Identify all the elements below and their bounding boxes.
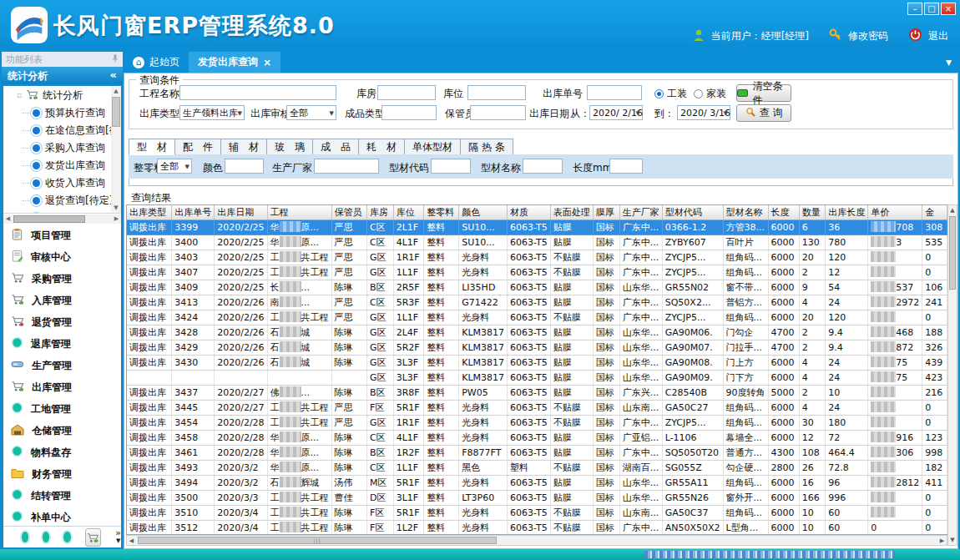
table-row[interactable]: 调拨出库34072020/2/25工共工程严思G区1L1F整料光身料6063-T… [127, 265, 947, 280]
cell[interactable]: 不贴膜 [550, 250, 593, 265]
cell[interactable]: F区 [366, 400, 393, 415]
cell[interactable]: 3400 [172, 235, 215, 250]
cell[interactable]: 贴膜 [550, 219, 593, 235]
cell[interactable]: 山东华... [619, 355, 662, 370]
cell[interactable]: F区 [366, 520, 393, 535]
cell[interactable]: 326 [922, 340, 947, 355]
cell[interactable]: 6063-T5 [508, 280, 551, 295]
cell[interactable]: 2020/3/2 [215, 460, 267, 475]
cell[interactable]: 工共工程 [267, 520, 331, 535]
cell[interactable]: 75 [868, 355, 922, 370]
cell[interactable]: 国标 [593, 265, 619, 280]
cell[interactable]: 整料 [424, 340, 459, 355]
column-header-8[interactable]: 颜色 [459, 205, 508, 219]
cell[interactable]: 普铝方... [723, 295, 768, 310]
cell[interactable]: 5000 [768, 385, 799, 400]
cell[interactable]: 整料 [424, 370, 459, 385]
search-button[interactable]: 查 询 [736, 104, 791, 122]
cell[interactable]: 36 [826, 219, 868, 235]
cell[interactable]: 组角码... [723, 505, 768, 520]
cell[interactable]: 国标 [593, 235, 619, 250]
cell[interactable]: 百叶片 [723, 235, 768, 250]
tab-delivery-outbound-query[interactable]: 发货出库查询 × [189, 52, 280, 73]
cell[interactable]: F8877FT [459, 445, 508, 460]
cell[interactable]: 468 [868, 325, 922, 340]
cell[interactable]: KLM3817 [459, 355, 508, 370]
cell[interactable]: 6 [799, 219, 826, 235]
cell[interactable]: 光身料 [459, 475, 508, 490]
cell[interactable]: 3L3F [393, 370, 424, 385]
cell[interactable]: 严思 [331, 400, 366, 415]
cell[interactable]: GA90M06. [662, 325, 723, 340]
collapse-icon[interactable]: « [110, 68, 117, 81]
sidebar-item-7[interactable]: 出库管理 [3, 376, 121, 398]
cell[interactable]: KLM3817 [459, 340, 508, 355]
cell[interactable]: 幕墙全... [723, 430, 768, 445]
keeper-input[interactable] [470, 105, 526, 120]
cell[interactable]: 山东华... [619, 280, 662, 295]
cell[interactable]: 调拨出库 [127, 325, 172, 340]
cell[interactable]: 调拨出库 [127, 355, 172, 370]
cell[interactable]: 山东南... [619, 505, 662, 520]
tree-item-6[interactable]: 退库管理[待定] [3, 209, 121, 214]
sidebar-item-10[interactable]: 物料盘存 [3, 441, 121, 463]
table-row[interactable]: 调拨出库34932020/3/2华原...陈琳C区1L1F整料黑色塑料不贴膜国标… [127, 460, 947, 475]
cell[interactable]: 3428 [172, 325, 215, 340]
cell[interactable] [868, 505, 922, 520]
cell[interactable]: 国标 [593, 415, 619, 430]
color-input[interactable] [225, 159, 264, 174]
cell[interactable]: 调拨出库 [127, 385, 172, 400]
cell[interactable]: 普通方... [723, 445, 768, 460]
sidebar-item-5[interactable]: 退库管理 [3, 333, 121, 355]
cell[interactable]: G区 [366, 325, 393, 340]
sidebar-item-13[interactable]: 补单中心 [3, 507, 121, 525]
cell[interactable]: 国标 [593, 250, 619, 265]
cell[interactable] [868, 490, 922, 505]
cell[interactable]: LI35HD [459, 280, 508, 295]
table-row[interactable]: 调拨出库34612020/2/28华原...陈琳B区1R2F整料F8877FT6… [127, 445, 947, 460]
cell[interactable]: 9.4 [826, 325, 868, 340]
cell[interactable]: 0 [922, 310, 947, 325]
cell[interactable]: GA50C37 [662, 505, 723, 520]
cell[interactable]: 石城 [267, 355, 331, 370]
cell[interactable]: 241 [922, 295, 947, 310]
cell[interactable]: 3L3F [393, 355, 424, 370]
cell[interactable]: 调拨出库 [127, 475, 172, 490]
cell[interactable]: 调拨出库 [127, 460, 172, 475]
cell[interactable]: 光身料 [459, 415, 508, 430]
cell[interactable]: 0 [922, 505, 947, 520]
cell[interactable]: 汤伟 [331, 475, 366, 490]
cell[interactable]: 工共工程 [267, 400, 331, 415]
cell[interactable]: 石城 [267, 340, 331, 355]
cell[interactable]: C区 [366, 295, 393, 310]
column-header-18[interactable]: 单价 [868, 205, 922, 219]
cell[interactable]: 9.4 [826, 340, 868, 355]
column-header-3[interactable]: 工程 [267, 205, 331, 219]
cell[interactable]: 423 [922, 370, 947, 385]
cell[interactable]: 广东中... [619, 445, 662, 460]
cell[interactable]: C28540B [662, 385, 723, 400]
cell[interactable]: 整料 [424, 235, 459, 250]
cell[interactable]: 3454 [172, 415, 215, 430]
cell[interactable]: 整料 [424, 460, 459, 475]
cell[interactable]: 3494 [172, 475, 215, 490]
cell[interactable]: SQ5050T20 [662, 445, 723, 460]
cell[interactable]: 光身料 [459, 265, 508, 280]
cell[interactable]: 贴膜 [550, 370, 593, 385]
table-row[interactable]: 调拨出库34942020/3/2石辉城汤伟M区5R1F整料光身料6063-T5贴… [127, 475, 947, 490]
cell[interactable]: 3500 [172, 490, 215, 505]
cell[interactable]: 调拨出库 [127, 400, 172, 415]
cell[interactable]: 华原... [267, 445, 331, 460]
cell[interactable]: 广东中... [619, 520, 662, 535]
tree-item-4[interactable]: 收货入库查询 [3, 174, 121, 192]
cell[interactable]: 2020/2/26 [215, 355, 267, 370]
cell[interactable]: 6000 [768, 355, 799, 370]
cell[interactable]: G区 [366, 355, 393, 370]
cell[interactable]: 4 [799, 370, 826, 385]
cell[interactable]: 组角码... [723, 250, 768, 265]
cell[interactable]: 塑料 [508, 460, 551, 475]
cell[interactable]: 整料 [424, 310, 459, 325]
cell[interactable]: 2020/2/27 [215, 385, 267, 400]
cell[interactable]: 6000 [768, 219, 799, 235]
cell[interactable]: SU10... [459, 219, 508, 235]
